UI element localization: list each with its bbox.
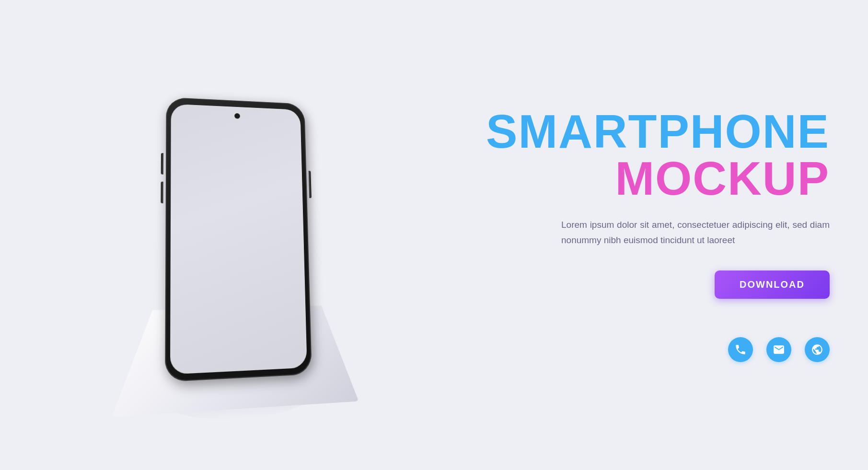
title-smartphone: SMARTPHONE xyxy=(486,108,830,155)
social-icons-container xyxy=(728,337,830,362)
page-container: SMARTPHONE MOCKUP Lorem ipsum dolor sit … xyxy=(0,0,868,470)
description-text: Lorem ipsum dolor sit amet, consectetuer… xyxy=(561,217,830,247)
phone-icon-button[interactable] xyxy=(728,337,753,362)
globe-icon-button[interactable] xyxy=(805,337,830,362)
content-section: SMARTPHONE MOCKUP Lorem ipsum dolor sit … xyxy=(477,0,868,470)
title-container: SMARTPHONE MOCKUP xyxy=(486,108,830,202)
download-button[interactable]: DOWNLOAD xyxy=(715,270,830,299)
volume-up-button xyxy=(161,153,163,175)
phone-icon xyxy=(734,343,747,356)
volume-down-button xyxy=(161,182,163,203)
phone-device xyxy=(165,97,312,382)
email-icon xyxy=(773,343,785,356)
title-mockup: MOCKUP xyxy=(486,155,830,202)
phone-mockup xyxy=(165,97,312,382)
phone-section xyxy=(0,0,477,470)
globe-icon xyxy=(811,343,823,356)
email-icon-button[interactable] xyxy=(766,337,791,362)
camera-dot xyxy=(234,113,240,119)
phone-body xyxy=(165,97,312,382)
power-button xyxy=(309,171,312,198)
